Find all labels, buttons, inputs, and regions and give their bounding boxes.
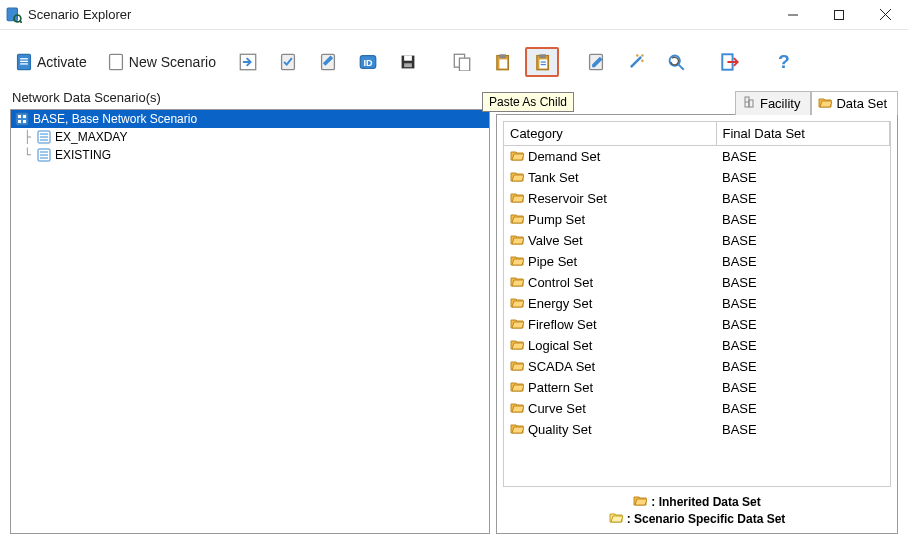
folder-icon bbox=[818, 95, 832, 112]
tree-root-label: BASE, Base Network Scenario bbox=[33, 112, 197, 126]
minimize-button[interactable] bbox=[770, 0, 816, 29]
table-row[interactable]: Logical SetBASE bbox=[504, 335, 890, 356]
id-button[interactable] bbox=[351, 47, 385, 77]
legend-inherited: : Inherited Data Set bbox=[651, 495, 760, 509]
legend-specific: : Scenario Specific Data Set bbox=[627, 512, 786, 526]
folder-icon bbox=[510, 400, 524, 417]
table-row[interactable]: Control SetBASE bbox=[504, 272, 890, 293]
table-row[interactable]: Valve SetBASE bbox=[504, 230, 890, 251]
paste-as-child-button[interactable] bbox=[525, 47, 559, 77]
category-cell: Demand Set bbox=[504, 146, 716, 167]
category-cell: Curve Set bbox=[504, 398, 716, 419]
category-cell: Valve Set bbox=[504, 230, 716, 251]
table-row[interactable]: Pipe SetBASE bbox=[504, 251, 890, 272]
app-icon bbox=[6, 7, 22, 23]
category-cell: Pattern Set bbox=[504, 377, 716, 398]
folder-icon bbox=[510, 169, 524, 186]
category-cell: Energy Set bbox=[504, 293, 716, 314]
table-row[interactable]: Fireflow SetBASE bbox=[504, 314, 890, 335]
final-data-set-cell: BASE bbox=[716, 272, 889, 293]
folder-icon bbox=[633, 493, 647, 510]
final-data-set-cell: BASE bbox=[716, 419, 889, 440]
tree-item-label: EX_MAXDAY bbox=[55, 130, 127, 144]
table-row[interactable]: Pattern SetBASE bbox=[504, 377, 890, 398]
tab-facility-label: Facility bbox=[760, 96, 800, 111]
annotate-button[interactable] bbox=[579, 47, 613, 77]
category-cell: Tank Set bbox=[504, 167, 716, 188]
svg-rect-46 bbox=[835, 10, 844, 19]
folder-icon bbox=[510, 274, 524, 291]
final-data-set-cell: BASE bbox=[716, 146, 889, 168]
tree-root-item[interactable]: BASE, Base Network Scenario bbox=[11, 110, 489, 128]
folder-icon bbox=[510, 316, 524, 333]
toolbar: Activate New Scenario bbox=[10, 40, 898, 84]
svg-line-47 bbox=[880, 9, 891, 20]
final-data-set-cell: BASE bbox=[716, 377, 889, 398]
folder-icon bbox=[510, 232, 524, 249]
save-button[interactable] bbox=[391, 47, 425, 77]
close-button[interactable] bbox=[862, 0, 908, 29]
table-row[interactable]: Quality SetBASE bbox=[504, 419, 890, 440]
exit-button[interactable] bbox=[713, 47, 747, 77]
help-button[interactable] bbox=[767, 47, 801, 77]
final-data-set-cell: BASE bbox=[716, 188, 889, 209]
legend: : Inherited Data Set : Scenario Specific… bbox=[503, 493, 891, 527]
maximize-button[interactable] bbox=[816, 0, 862, 29]
tree-heading: Network Data Scenario(s) bbox=[10, 88, 490, 109]
table-row[interactable]: Tank SetBASE bbox=[504, 167, 890, 188]
category-cell: Fireflow Set bbox=[504, 314, 716, 335]
final-data-set-cell: BASE bbox=[716, 293, 889, 314]
folder-icon bbox=[510, 421, 524, 438]
import-button[interactable] bbox=[231, 47, 265, 77]
svg-line-48 bbox=[880, 9, 891, 20]
activate-button[interactable]: Activate bbox=[10, 47, 96, 77]
table-row[interactable]: Demand SetBASE bbox=[504, 146, 890, 168]
new-scenario-button[interactable]: New Scenario bbox=[102, 47, 225, 77]
tab-data-set[interactable]: Data Set bbox=[811, 91, 898, 115]
paste-button[interactable] bbox=[485, 47, 519, 77]
tree-root-icon bbox=[15, 112, 29, 126]
titlebar: Scenario Explorer bbox=[0, 0, 908, 30]
facility-icon bbox=[742, 95, 756, 112]
final-data-set-cell: BASE bbox=[716, 314, 889, 335]
folder-icon bbox=[510, 190, 524, 207]
tab-facility[interactable]: Facility bbox=[735, 91, 811, 115]
category-cell: Pump Set bbox=[504, 209, 716, 230]
folder-icon bbox=[510, 148, 524, 165]
folder-icon bbox=[609, 510, 623, 527]
final-data-set-cell: BASE bbox=[716, 398, 889, 419]
folder-icon bbox=[510, 211, 524, 228]
category-cell: Control Set bbox=[504, 272, 716, 293]
category-cell: SCADA Set bbox=[504, 356, 716, 377]
folder-icon bbox=[510, 253, 524, 270]
final-data-set-cell: BASE bbox=[716, 335, 889, 356]
tree-leaf-icon bbox=[37, 148, 51, 162]
activate-label: Activate bbox=[37, 54, 87, 70]
tree-item[interactable]: ├ EX_MAXDAY bbox=[11, 128, 489, 146]
table-row[interactable]: Curve SetBASE bbox=[504, 398, 890, 419]
category-cell: Reservoir Set bbox=[504, 188, 716, 209]
folder-icon bbox=[510, 337, 524, 354]
scenario-tree[interactable]: BASE, Base Network Scenario ├ EX_MAXDAY … bbox=[10, 109, 490, 534]
copy-button[interactable] bbox=[445, 47, 479, 77]
edit-button[interactable] bbox=[311, 47, 345, 77]
category-cell: Pipe Set bbox=[504, 251, 716, 272]
final-data-set-cell: BASE bbox=[716, 356, 889, 377]
validate-button[interactable] bbox=[271, 47, 305, 77]
folder-icon bbox=[510, 379, 524, 396]
final-data-set-cell: BASE bbox=[716, 230, 889, 251]
table-row[interactable]: Pump SetBASE bbox=[504, 209, 890, 230]
new-scenario-label: New Scenario bbox=[129, 54, 216, 70]
folder-icon bbox=[510, 295, 524, 312]
paste-as-child-tooltip: Paste As Child bbox=[482, 92, 574, 112]
tree-item[interactable]: └ EXISTING bbox=[11, 146, 489, 164]
col-final-data-set[interactable]: Final Data Set bbox=[716, 122, 889, 146]
table-row[interactable]: Energy SetBASE bbox=[504, 293, 890, 314]
query-button[interactable] bbox=[659, 47, 693, 77]
window-title: Scenario Explorer bbox=[28, 7, 770, 22]
table-row[interactable]: Reservoir SetBASE bbox=[504, 188, 890, 209]
col-category[interactable]: Category bbox=[504, 122, 716, 146]
table-row[interactable]: SCADA SetBASE bbox=[504, 356, 890, 377]
tab-data-set-label: Data Set bbox=[836, 96, 887, 111]
wizard-button[interactable] bbox=[619, 47, 653, 77]
